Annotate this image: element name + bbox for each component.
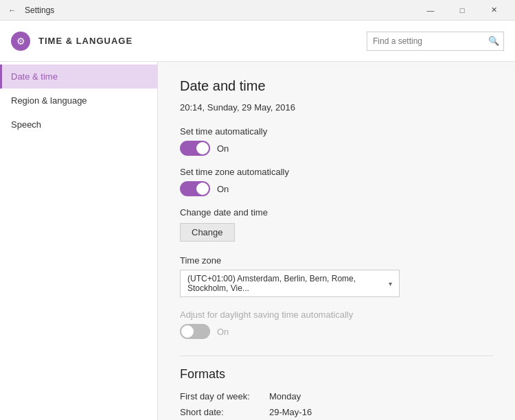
format-val-short-date: 29-May-16 (269, 407, 312, 417)
timezone-dropdown[interactable]: (UTC+01:00) Amsterdam, Berlin, Bern, Rom… (180, 270, 400, 297)
daylight-saving-section: Adjust for daylight saving time automati… (180, 310, 493, 339)
format-row-first-day: First day of week: Monday (180, 391, 493, 401)
timezone-value: (UTC+01:00) Amsterdam, Berlin, Bern, Rom… (187, 274, 389, 293)
page-title: Date and time (180, 78, 493, 94)
title-bar-controls: — □ ✕ (415, 0, 510, 21)
current-datetime: 20:14, Sunday, 29 May, 2016 (180, 102, 493, 113)
toggle-knob (196, 142, 209, 154)
app-title: TIME & LANGUAGE (38, 36, 133, 46)
main-content: Date and time 20:14, Sunday, 29 May, 201… (158, 62, 515, 420)
set-timezone-auto-section: Set time zone automatically On (180, 167, 493, 196)
change-date-time-label: Change date and time (180, 207, 493, 218)
close-button[interactable]: ✕ (478, 0, 510, 21)
set-timezone-auto-toggle[interactable] (180, 181, 210, 196)
chevron-down-icon: ▾ (389, 280, 392, 288)
app-header: ⚙ TIME & LANGUAGE 🔍 (0, 21, 515, 62)
set-time-auto-toggle[interactable] (180, 141, 210, 156)
title-bar: ← Settings — □ ✕ (0, 0, 515, 21)
app-body: Date & time Region & language Speech Dat… (0, 62, 515, 420)
app: ⚙ TIME & LANGUAGE 🔍 Date & time Region &… (0, 21, 515, 420)
set-time-auto-section: Set time automatically On (180, 126, 493, 156)
formats-title: Formats (180, 355, 493, 382)
toggle-knob-2 (196, 183, 209, 195)
title-bar-left: ← Settings (5, 4, 54, 16)
settings-icon: ⚙ (11, 32, 30, 51)
search-input[interactable] (367, 36, 485, 46)
toggle-knob-3 (181, 325, 194, 338)
search-box[interactable]: 🔍 (367, 32, 504, 51)
change-button[interactable]: Change (180, 223, 235, 242)
daylight-state: On (217, 327, 229, 337)
maximize-button[interactable]: □ (446, 0, 478, 21)
set-timezone-auto-toggle-row: On (180, 181, 493, 196)
sidebar-item-speech[interactable]: Speech (0, 113, 157, 137)
minimize-button[interactable]: — (415, 0, 446, 21)
format-val-first-day: Monday (269, 391, 301, 401)
format-key-first-day: First day of week: (180, 391, 269, 401)
daylight-label: Adjust for daylight saving time automati… (180, 310, 493, 320)
sidebar: Date & time Region & language Speech (0, 62, 158, 420)
set-timezone-auto-state: On (217, 184, 229, 194)
sidebar-item-date-time[interactable]: Date & time (0, 65, 157, 89)
set-time-auto-toggle-row: On (180, 141, 493, 156)
change-date-time-section: Change date and time Change (180, 207, 493, 242)
search-icon[interactable]: 🔍 (485, 36, 503, 46)
daylight-toggle-row: On (180, 324, 493, 339)
format-row-short-date: Short date: 29-May-16 (180, 407, 493, 417)
title-bar-title: Settings (25, 5, 54, 15)
sidebar-item-region-language[interactable]: Region & language (0, 89, 157, 113)
set-timezone-auto-label: Set time zone automatically (180, 167, 493, 177)
timezone-label: Time zone (180, 255, 493, 266)
set-time-auto-label: Set time automatically (180, 126, 493, 137)
set-time-auto-state: On (217, 143, 229, 154)
back-button[interactable]: ← (5, 4, 19, 16)
format-key-short-date: Short date: (180, 407, 269, 417)
daylight-toggle[interactable] (180, 324, 210, 339)
